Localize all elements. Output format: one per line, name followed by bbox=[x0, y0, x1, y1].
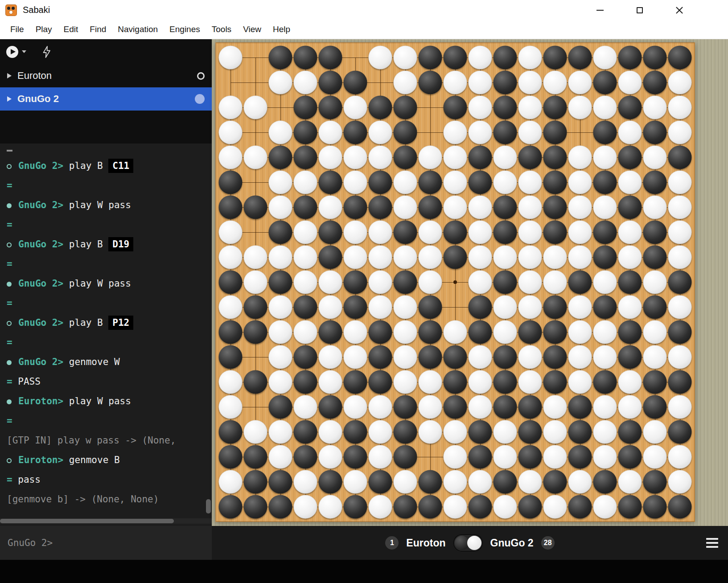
stone-white[interactable] bbox=[244, 96, 267, 119]
lightning-button[interactable] bbox=[42, 46, 51, 58]
stone-white[interactable] bbox=[494, 445, 517, 469]
stone-black[interactable] bbox=[219, 445, 243, 469]
stone-black[interactable] bbox=[593, 370, 617, 394]
stone-black[interactable] bbox=[518, 445, 542, 469]
stone-black[interactable] bbox=[219, 495, 243, 519]
stone-black[interactable] bbox=[668, 146, 692, 169]
stone-white[interactable] bbox=[219, 296, 243, 319]
stone-white[interactable] bbox=[518, 196, 542, 219]
stone-black[interactable] bbox=[394, 146, 417, 169]
stone-white[interactable] bbox=[369, 445, 392, 469]
stone-black[interactable] bbox=[543, 96, 567, 119]
stone-white[interactable] bbox=[668, 395, 692, 419]
stone-white[interactable] bbox=[319, 420, 342, 444]
stone-white[interactable] bbox=[344, 171, 367, 194]
stone-white[interactable] bbox=[319, 370, 342, 394]
stone-black[interactable] bbox=[643, 495, 667, 519]
stone-black[interactable] bbox=[494, 470, 517, 494]
stone-black[interactable] bbox=[244, 296, 267, 319]
stone-black[interactable] bbox=[518, 495, 542, 519]
stone-white[interactable] bbox=[568, 171, 592, 194]
stone-black[interactable] bbox=[419, 196, 442, 219]
stone-white[interactable] bbox=[319, 445, 342, 469]
stone-white[interactable] bbox=[419, 146, 442, 169]
stone-black[interactable] bbox=[494, 46, 517, 70]
stone-white[interactable] bbox=[518, 221, 542, 244]
stone-white[interactable] bbox=[369, 420, 392, 444]
stone-black[interactable] bbox=[344, 420, 367, 444]
stone-white[interactable] bbox=[618, 470, 642, 494]
stone-white[interactable] bbox=[593, 196, 617, 219]
stone-white[interactable] bbox=[469, 395, 492, 419]
stone-black[interactable] bbox=[593, 171, 617, 194]
stone-white[interactable] bbox=[394, 71, 417, 94]
stone-black[interactable] bbox=[494, 121, 517, 144]
stone-white[interactable] bbox=[543, 271, 567, 294]
stone-black[interactable] bbox=[294, 370, 317, 394]
stone-white[interactable] bbox=[543, 420, 567, 444]
stone-black[interactable] bbox=[518, 320, 542, 344]
stone-black[interactable] bbox=[319, 171, 342, 194]
stone-white[interactable] bbox=[568, 320, 592, 344]
stone-black[interactable] bbox=[294, 445, 317, 469]
stone-white[interactable] bbox=[568, 470, 592, 494]
stone-black[interactable] bbox=[344, 445, 367, 469]
color-toggle[interactable] bbox=[453, 534, 483, 551]
stone-black[interactable] bbox=[643, 121, 667, 144]
stone-white[interactable] bbox=[618, 395, 642, 419]
stone-white[interactable] bbox=[219, 221, 243, 244]
stone-white[interactable] bbox=[668, 71, 692, 94]
stone-white[interactable] bbox=[444, 171, 467, 194]
stone-black[interactable] bbox=[643, 71, 667, 94]
stone-white[interactable] bbox=[444, 445, 467, 469]
stone-white[interactable] bbox=[369, 271, 392, 294]
stone-black[interactable] bbox=[219, 196, 243, 219]
stone-black[interactable] bbox=[344, 71, 367, 94]
stone-white[interactable] bbox=[668, 171, 692, 194]
stone-black[interactable] bbox=[618, 271, 642, 294]
stone-white[interactable] bbox=[219, 246, 243, 269]
stone-black[interactable] bbox=[219, 171, 243, 194]
stone-black[interactable] bbox=[294, 146, 317, 169]
stone-black[interactable] bbox=[394, 121, 417, 144]
stone-black[interactable] bbox=[219, 320, 243, 344]
stone-black[interactable] bbox=[394, 495, 417, 519]
stone-black[interactable] bbox=[269, 470, 292, 494]
stone-black[interactable] bbox=[494, 96, 517, 119]
collapse-triangle-icon[interactable] bbox=[7, 96, 12, 102]
close-button[interactable] bbox=[659, 0, 699, 20]
stone-black[interactable] bbox=[419, 470, 442, 494]
menu-item-find[interactable]: Find bbox=[84, 20, 112, 39]
stone-white[interactable] bbox=[369, 246, 392, 269]
stone-black[interactable] bbox=[568, 395, 592, 419]
stone-white[interactable] bbox=[394, 320, 417, 344]
stone-black[interactable] bbox=[294, 196, 317, 219]
stone-black[interactable] bbox=[518, 420, 542, 444]
stone-white[interactable] bbox=[568, 296, 592, 319]
stone-white[interactable] bbox=[269, 420, 292, 444]
stone-black[interactable] bbox=[494, 345, 517, 369]
stone-white[interactable] bbox=[269, 445, 292, 469]
stone-black[interactable] bbox=[294, 121, 317, 144]
stone-white[interactable] bbox=[668, 445, 692, 469]
stone-black[interactable] bbox=[543, 171, 567, 194]
stone-black[interactable] bbox=[618, 96, 642, 119]
stone-white[interactable] bbox=[469, 271, 492, 294]
stone-white[interactable] bbox=[469, 121, 492, 144]
stone-white[interactable] bbox=[344, 146, 367, 169]
vertex-link[interactable]: D19 bbox=[108, 237, 133, 251]
stone-white[interactable] bbox=[269, 320, 292, 344]
stone-white[interactable] bbox=[219, 96, 243, 119]
stone-white[interactable] bbox=[568, 96, 592, 119]
stone-white[interactable] bbox=[593, 445, 617, 469]
stone-white[interactable] bbox=[593, 495, 617, 519]
stone-white[interactable] bbox=[568, 345, 592, 369]
stone-white[interactable] bbox=[518, 470, 542, 494]
stone-black[interactable] bbox=[543, 345, 567, 369]
stone-white[interactable] bbox=[394, 296, 417, 319]
console-horizontal-scrollbar[interactable] bbox=[0, 518, 212, 524]
stone-black[interactable] bbox=[294, 420, 317, 444]
stone-white[interactable] bbox=[518, 121, 542, 144]
stone-white[interactable] bbox=[369, 46, 392, 70]
stone-black[interactable] bbox=[294, 46, 317, 70]
